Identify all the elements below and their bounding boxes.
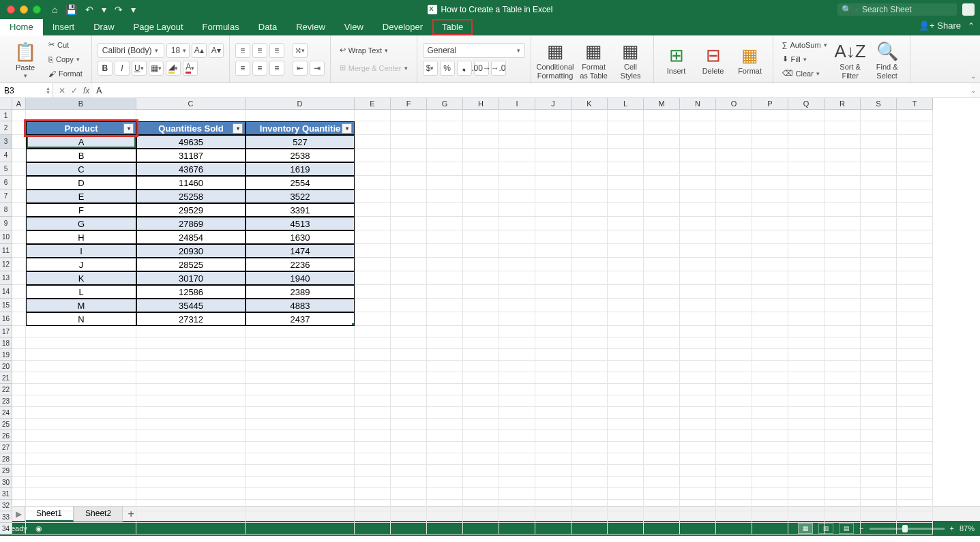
cell-N12[interactable] [680,258,716,271]
row-header-24[interactable]: 24 [0,407,12,419]
insert-cells-button[interactable]: ⊞Insert [659,42,694,75]
cell-P5[interactable] [752,162,788,176]
cell-L27[interactable] [608,442,644,453]
cell-I14[interactable] [499,285,535,299]
cell-N5[interactable] [680,162,716,176]
cell-K20[interactable] [571,361,608,372]
cell-F16[interactable] [391,312,427,326]
cell-N29[interactable] [680,465,716,477]
cell-N16[interactable] [680,312,716,326]
cell-D29[interactable] [246,465,355,477]
cell-F14[interactable] [391,285,427,299]
cell-G5[interactable] [427,162,463,176]
cell-N7[interactable] [680,190,716,203]
cell-F22[interactable] [391,384,427,395]
cell-K19[interactable] [571,349,608,361]
cell-O22[interactable] [716,384,752,395]
currency-button[interactable]: $▾ [423,61,438,76]
cell-P17[interactable] [752,326,788,337]
cell-H20[interactable] [463,361,499,372]
cell-Q9[interactable] [788,217,825,230]
close-window-icon[interactable] [7,5,15,14]
cell-H2[interactable] [463,121,499,135]
cell-I13[interactable] [499,271,535,285]
cell-M25[interactable] [644,419,680,430]
cell-P26[interactable] [752,430,788,442]
row-header-5[interactable]: 5 [0,162,12,176]
cell-M26[interactable] [644,430,680,442]
row-header-1[interactable]: 1 [0,110,12,121]
cell-M32[interactable] [644,500,680,511]
bold-button[interactable]: B [98,61,113,76]
tab-data[interactable]: Data [249,19,286,35]
cell-E21[interactable] [355,372,391,384]
cell-J25[interactable] [535,419,571,430]
cell-L9[interactable] [608,217,644,230]
cell-N14[interactable] [680,285,716,299]
cell-R4[interactable] [825,149,861,162]
cell-E5[interactable] [355,162,391,176]
cell-H24[interactable] [463,407,499,419]
cell-D32[interactable] [246,500,355,511]
cell-O4[interactable] [716,149,752,162]
cell-C20[interactable] [136,361,246,372]
cell-S23[interactable] [861,395,897,407]
cell-Q29[interactable] [788,465,825,477]
cell-N23[interactable] [680,395,716,407]
cell-T27[interactable] [897,442,933,453]
cell-F31[interactable] [391,488,427,500]
cell-M1[interactable] [644,110,680,121]
col-header-J[interactable]: J [535,98,571,110]
cell-C24[interactable] [136,407,246,419]
format-painter-button[interactable]: 🖌Format [45,67,86,80]
cell-C3[interactable]: 49635 [136,135,246,149]
cell-T8[interactable] [897,203,933,217]
row-header-23[interactable]: 23 [0,395,12,407]
cell-C6[interactable]: 11460 [136,176,246,190]
copy-button[interactable]: ⎘Copy▾ [45,52,86,66]
cell-P34[interactable] [752,523,788,535]
col-header-F[interactable]: F [391,98,427,110]
cell-D4[interactable]: 2538 [246,149,355,162]
cell-Q34[interactable] [788,523,825,535]
cell-B3[interactable]: A [26,135,136,149]
cell-N26[interactable] [680,430,716,442]
cell-E22[interactable] [355,384,391,395]
cell-E24[interactable] [355,407,391,419]
cell-G16[interactable] [427,312,463,326]
cell-K32[interactable] [571,500,608,511]
cell-D26[interactable] [246,430,355,442]
font-size-combo[interactable]: 18▾ [166,43,190,58]
tab-formulas[interactable]: Formulas [193,19,249,35]
cell-C16[interactable]: 27312 [136,312,246,326]
cell-C23[interactable] [136,395,246,407]
cell-B4[interactable]: B [26,149,136,162]
cell-A31[interactable] [12,488,26,500]
decrease-indent-button[interactable]: ⇤ [293,61,308,76]
cell-S32[interactable] [861,500,897,511]
cell-D27[interactable] [246,442,355,453]
cell-S27[interactable] [861,442,897,453]
cell-P10[interactable] [752,230,788,244]
cell-I34[interactable] [499,523,535,535]
cell-B32[interactable] [26,500,136,511]
cell-P30[interactable] [752,477,788,488]
cell-B29[interactable] [26,465,136,477]
cell-S33[interactable] [861,511,897,523]
cell-G2[interactable] [427,121,463,135]
cell-N18[interactable] [680,337,716,349]
cell-S4[interactable] [861,149,897,162]
cell-A23[interactable] [12,395,26,407]
name-box-input[interactable] [4,86,42,95]
col-header-K[interactable]: K [571,98,608,110]
cell-D11[interactable]: 1474 [246,244,355,258]
row-header-4[interactable]: 4 [0,149,12,162]
cell-N21[interactable] [680,372,716,384]
row-header-13[interactable]: 13 [0,271,12,285]
cell-N27[interactable] [680,442,716,453]
cell-M16[interactable] [644,312,680,326]
cell-A6[interactable] [12,176,26,190]
cell-M9[interactable] [644,217,680,230]
cell-H13[interactable] [463,271,499,285]
cell-L26[interactable] [608,430,644,442]
